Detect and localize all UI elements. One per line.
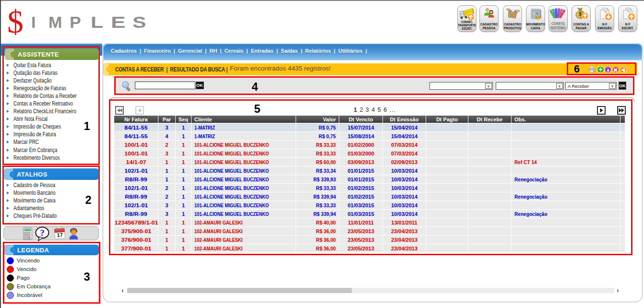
svg-text:17: 17 (57, 232, 63, 238)
svg-text:?: ? (40, 228, 45, 238)
svg-text:$: $ (579, 11, 582, 17)
